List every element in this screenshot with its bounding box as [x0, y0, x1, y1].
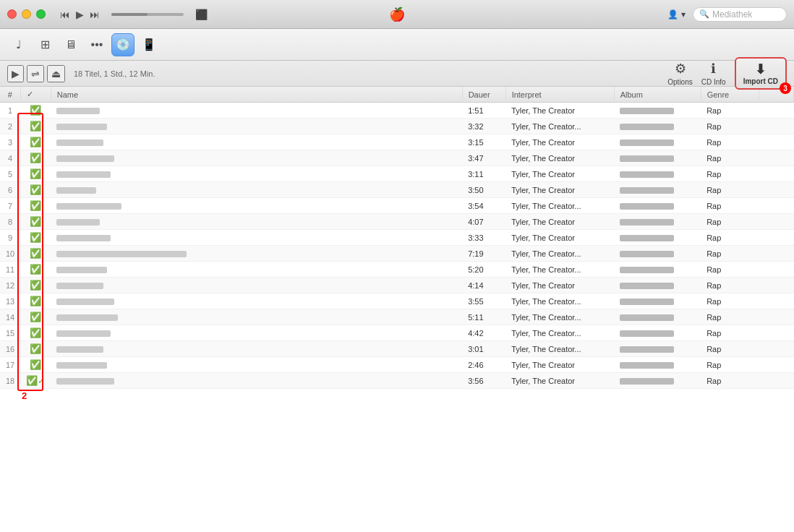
track-check[interactable]: ✅: [20, 262, 51, 278]
track-check[interactable]: ✅: [20, 103, 51, 119]
track-check[interactable]: ✅: [20, 166, 51, 182]
track-check[interactable]: ✅: [20, 198, 51, 214]
track-check[interactable]: ✅: [20, 150, 51, 166]
track-album: [614, 246, 701, 262]
track-genre: Rap: [701, 309, 759, 325]
track-check[interactable]: ✅: [20, 341, 51, 357]
track-duration: 4:14: [462, 278, 505, 293]
track-check[interactable]: ✅: [20, 278, 51, 293]
device-icon[interactable]: 📱: [137, 33, 161, 56]
track-check[interactable]: ✅: [20, 246, 51, 262]
table-header-row: # ✓ Name Dauer Interpret Album Genre: [0, 87, 794, 103]
track-check[interactable]: ✅: [20, 214, 51, 230]
table-row[interactable]: 8✅4:07Tyler, The CreatorRap: [0, 214, 794, 230]
table-row[interactable]: 18✅✓3:56Tyler, The CreatorRap: [0, 373, 794, 389]
shuffle-button[interactable]: ⇌: [27, 65, 44, 82]
check-icon: ✅: [30, 184, 41, 195]
options-button[interactable]: ⚙ Options: [667, 61, 692, 86]
track-check[interactable]: ✅✓: [20, 373, 51, 389]
track-album: [614, 103, 701, 119]
track-check[interactable]: ✅: [20, 309, 51, 325]
progress-bar[interactable]: [111, 13, 184, 16]
table-row[interactable]: 12✅4:14Tyler, The CreatorRap: [0, 278, 794, 293]
track-album: [614, 182, 701, 198]
track-duration: 5:20: [462, 262, 505, 278]
track-extra: [759, 325, 793, 341]
track-album: [614, 198, 701, 214]
track-album: [614, 150, 701, 166]
track-check[interactable]: ✅: [20, 357, 51, 373]
import-cd-button[interactable]: ⬇ Import CD 3: [735, 57, 787, 90]
grid-icon[interactable]: ⊞: [33, 33, 56, 56]
track-genre: Rap: [701, 357, 759, 373]
track-genre: Rap: [701, 230, 759, 246]
track-artist: Tyler, The Creator...: [505, 262, 614, 278]
track-check[interactable]: ✅: [20, 134, 51, 150]
cd-info-button[interactable]: ℹ CD Info: [701, 61, 726, 86]
track-check[interactable]: ✅: [20, 182, 51, 198]
track-name: [51, 373, 462, 389]
minimize-button[interactable]: [22, 9, 31, 19]
table-row[interactable]: 17✅2:46Tyler, The CreatorRap: [0, 357, 794, 373]
fast-forward-button[interactable]: ⏭: [90, 9, 100, 20]
track-album: [614, 357, 701, 373]
maximize-button[interactable]: [36, 9, 46, 19]
table-row[interactable]: 13✅3:55Tyler, The Creator...Rap: [0, 293, 794, 309]
table-row[interactable]: 7✅3:54Tyler, The Creator...Rap: [0, 198, 794, 214]
app-window: ⏮ ▶ ⏭ ⬛ 🍎 👤 ▾ 🔍 Mediathek ♩ ⊞ 🖥 ••• 💿 📱: [0, 0, 794, 532]
play-sub-button[interactable]: ▶: [7, 65, 24, 82]
track-name: [51, 293, 462, 309]
cd-icon[interactable]: 💿: [111, 33, 135, 56]
track-check[interactable]: ✅: [20, 293, 51, 309]
title-bar: ⏮ ▶ ⏭ ⬛ 🍎 👤 ▾ 🔍 Mediathek: [0, 0, 794, 29]
table-row[interactable]: 3✅3:15Tyler, The CreatorRap: [0, 134, 794, 150]
table-row[interactable]: 16✅3:01Tyler, The Creator...Rap: [0, 341, 794, 357]
track-extra: [759, 198, 793, 214]
rewind-button[interactable]: ⏮: [60, 9, 70, 20]
traffic-lights: [7, 9, 46, 19]
check-icon: ✅: [30, 153, 41, 163]
blurred-album: [620, 187, 674, 194]
track-check[interactable]: ✅: [20, 230, 51, 246]
blurred-title: [56, 251, 187, 257]
track-number: 11: [0, 262, 20, 278]
check-icon: ✅: [30, 121, 41, 132]
table-row[interactable]: 6✅3:50Tyler, The CreatorRap: [0, 182, 794, 198]
monitor-icon[interactable]: 🖥: [59, 33, 82, 56]
music-icon[interactable]: ♩: [7, 33, 30, 56]
track-album: [614, 373, 701, 389]
more-icon[interactable]: •••: [85, 33, 108, 56]
blurred-album: [620, 235, 674, 241]
track-extra: [759, 230, 793, 246]
table-row[interactable]: 5✅3:11Tyler, The CreatorRap: [0, 166, 794, 182]
track-number: 10: [0, 246, 20, 262]
search-bar[interactable]: 🔍 Mediathek: [693, 7, 787, 22]
table-row[interactable]: 1✅1:51Tyler, The CreatorRap: [0, 103, 794, 119]
status-text: 18 Titel, 1 Std., 12 Min.: [74, 69, 155, 78]
table-row[interactable]: 10✅7:19Tyler, The Creator...Rap: [0, 246, 794, 262]
table-row[interactable]: 2✅3:32Tyler, The Creator...Rap: [0, 119, 794, 134]
track-artist: Tyler, The Creator: [505, 103, 614, 119]
play-button[interactable]: ▶: [76, 9, 84, 20]
eject-button[interactable]: ⏏: [47, 65, 65, 82]
blurred-album: [620, 330, 674, 337]
table-container[interactable]: # ✓ Name Dauer Interpret Album Genre 1✅1…: [0, 87, 794, 532]
track-check[interactable]: ✅: [20, 325, 51, 341]
blurred-album: [620, 219, 674, 226]
table-row[interactable]: 9✅3:33Tyler, The CreatorRap: [0, 230, 794, 246]
table-row[interactable]: 15✅4:42Tyler, The Creator...Rap: [0, 325, 794, 341]
blurred-title: [56, 171, 111, 178]
track-duration: 3:50: [462, 182, 505, 198]
close-button[interactable]: [7, 9, 17, 19]
table-row[interactable]: 11✅5:20Tyler, The Creator...Rap: [0, 262, 794, 278]
table-row[interactable]: 4✅3:47Tyler, The CreatorRap: [0, 150, 794, 166]
info-icon: ℹ: [711, 61, 716, 77]
airplay-button[interactable]: ⬛: [195, 9, 208, 20]
account-button[interactable]: 👤 ▾: [667, 9, 686, 20]
track-duration: 2:46: [462, 357, 505, 373]
track-extra: [759, 293, 793, 309]
check-icon: ✅: [26, 375, 38, 386]
track-extra: [759, 103, 793, 119]
track-check[interactable]: ✅: [20, 119, 51, 134]
table-row[interactable]: 14✅5:11Tyler, The Creator...Rap: [0, 309, 794, 325]
